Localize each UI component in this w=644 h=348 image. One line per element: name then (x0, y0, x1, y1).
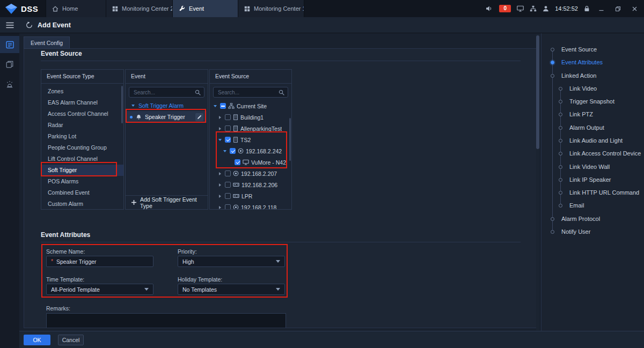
step-item-event-source[interactable]: Event Source (541, 46, 642, 55)
chevron-right-icon[interactable] (217, 195, 223, 198)
edit-event-button[interactable] (195, 113, 203, 121)
checkbox[interactable] (225, 125, 231, 131)
add-soft-trigger-event-type-button[interactable]: Add Soft Trigger Event Type (126, 195, 208, 209)
source-type-item-soft-trigger[interactable]: Soft Trigger (41, 165, 123, 176)
step-item-event-attributes[interactable]: Event Attributes (541, 58, 642, 68)
source-type-item-lift-control-channel[interactable]: Lift Control Channel (41, 153, 123, 165)
sitemap-icon[interactable] (530, 5, 537, 12)
tree-node-label: 192.168.2.206 (241, 182, 277, 188)
tree-node-current-site[interactable]: Current Site (210, 100, 291, 112)
tab-event-config[interactable]: Event Config (24, 36, 70, 49)
source-search-input[interactable] (217, 89, 276, 96)
chevron-down-icon[interactable] (222, 150, 228, 152)
step-item-trigger-snapshot[interactable]: Trigger Snapshot (541, 98, 642, 107)
tree-node-lpr[interactable]: LPR (210, 190, 291, 202)
titlebar-tab-event[interactable]: Event (172, 0, 238, 17)
scheme-name-field[interactable]: * (46, 256, 153, 267)
step-item-email[interactable]: Email (541, 202, 642, 211)
step-item-link-ptz[interactable]: Link PTZ (541, 110, 642, 120)
speaker-icon[interactable] (486, 5, 493, 12)
checkbox[interactable] (230, 148, 236, 154)
required-marker: * (51, 258, 53, 264)
screen-icon[interactable] (517, 5, 524, 12)
tree-node-192-168-2-242[interactable]: 192.168.2.242 (210, 145, 291, 157)
hamburger-menu-icon[interactable] (0, 22, 19, 28)
rail-item-copy[interactable] (0, 56, 19, 73)
checkbox[interactable] (225, 114, 231, 120)
event-item-speaker-trigger[interactable]: Speaker Trigger (127, 111, 207, 123)
time-template-select[interactable]: All-Period Template (46, 284, 153, 295)
rail-item-event-config[interactable] (0, 36, 19, 53)
tree-node-building1[interactable]: Building1 (210, 112, 291, 123)
chevron-right-icon[interactable] (217, 183, 223, 187)
scrollbar-thumb[interactable] (289, 118, 291, 161)
minimize-button[interactable] (596, 6, 606, 12)
ok-button[interactable]: OK (24, 335, 50, 345)
event-source-tree: Current SiteBuilding1AllenparkingTestTS2… (210, 100, 291, 210)
holiday-template-value: No Templates (182, 286, 217, 293)
chevron-right-icon[interactable] (217, 172, 223, 175)
step-item-link-audio-and-light[interactable]: Link Audio and Light (541, 137, 642, 146)
scheme-name-input[interactable] (55, 258, 149, 265)
source-type-item-pos-alarms[interactable]: POS Alarms (41, 176, 123, 187)
source-type-item-access-control-channel[interactable]: Access Control Channel (41, 108, 123, 120)
chevron-down-icon[interactable] (130, 105, 136, 107)
step-item-link-http-url-command[interactable]: Link HTTP URL Command (541, 189, 642, 198)
titlebar-tab-monitoring-center-2[interactable]: Monitoring Center 2 (106, 0, 172, 17)
event-search-input[interactable] (133, 89, 193, 96)
source-type-item-people-counting-group[interactable]: People Counting Group (41, 142, 123, 153)
chevron-right-icon[interactable] (217, 127, 223, 130)
priority-select[interactable]: High (178, 256, 285, 267)
user-icon[interactable] (543, 5, 549, 12)
tree-node-allenparkingtest[interactable]: AllenparkingTest (210, 123, 291, 134)
titlebar-tab-home[interactable]: Home (46, 0, 106, 17)
back-icon[interactable] (26, 21, 33, 28)
search-icon[interactable] (279, 90, 284, 95)
step-item-link-access-control-device[interactable]: Link Access Control Device (541, 150, 642, 159)
source-type-item-zones[interactable]: Zones (41, 86, 123, 97)
checkbox[interactable] (235, 159, 240, 165)
chevron-right-icon[interactable] (217, 116, 223, 119)
tab-label: Home (62, 5, 78, 12)
step-item-alarm-output[interactable]: Alarm Output (541, 124, 642, 134)
checkbox[interactable] (225, 193, 231, 199)
rail-item-alarm[interactable] (0, 76, 19, 93)
step-item-linked-action[interactable]: Linked Action (541, 72, 642, 82)
source-type-item-combined-event[interactable]: Combined Event (41, 187, 123, 198)
remarks-textarea[interactable] (46, 313, 286, 328)
cancel-button[interactable]: Cancel (58, 335, 84, 345)
event-group-soft-trigger-alarm[interactable]: Soft Trigger Alarm (126, 100, 208, 111)
tree-node-192-168-2-206[interactable]: 192.168.2.206 (210, 179, 291, 190)
holiday-template-select[interactable]: No Templates (178, 284, 285, 295)
step-item-link-video-wall[interactable]: Link Video Wall (541, 163, 642, 173)
step-item-link-video[interactable]: Link Video (541, 85, 642, 94)
step-item-notify-user[interactable]: Notify User (541, 228, 642, 238)
chevron-down-icon[interactable] (212, 105, 218, 107)
scrollbar-thumb[interactable] (121, 86, 123, 123)
source-type-item-custom-alarm[interactable]: Custom Alarm (41, 198, 123, 210)
tree-node-ts2[interactable]: TS2 (210, 134, 291, 145)
source-type-item-eas-alarm-channel[interactable]: EAS Alarm Channel (41, 97, 123, 108)
chevron-right-icon[interactable] (217, 206, 223, 209)
source-type-item-radar[interactable]: Radar (41, 120, 123, 131)
step-item-alarm-protocol[interactable]: Alarm Protocol (541, 215, 642, 225)
checkbox[interactable] (225, 137, 231, 143)
alarm-count-badge[interactable]: 0 (499, 5, 511, 12)
tree-node-192-168-2-118[interactable]: 192.168.2.118 (210, 202, 291, 210)
tree-node-vumore-n42[interactable]: VuMore - N42 (210, 157, 291, 168)
step-item-link-ip-speaker[interactable]: Link IP Speaker (541, 176, 642, 186)
search-icon[interactable] (195, 90, 201, 95)
content-scrollbar-thumb[interactable] (536, 35, 539, 149)
close-button[interactable] (629, 6, 640, 12)
source-type-item-parking-lot[interactable]: Parking Lot (41, 131, 123, 142)
chevron-down-icon[interactable] (217, 139, 223, 141)
restore-button[interactable] (612, 6, 623, 12)
checkbox[interactable] (225, 204, 231, 210)
tree-node-192-168-2-207[interactable]: 192.168.2.207 (210, 168, 291, 179)
checkbox[interactable] (225, 171, 231, 176)
checkbox[interactable] (220, 103, 226, 109)
titlebar-tab-monitoring-center-1[interactable]: Monitoring Center 1 (238, 0, 304, 17)
lock-icon[interactable] (584, 5, 590, 12)
tree-node-label: 192.168.2.242 (246, 148, 282, 154)
checkbox[interactable] (225, 182, 231, 188)
